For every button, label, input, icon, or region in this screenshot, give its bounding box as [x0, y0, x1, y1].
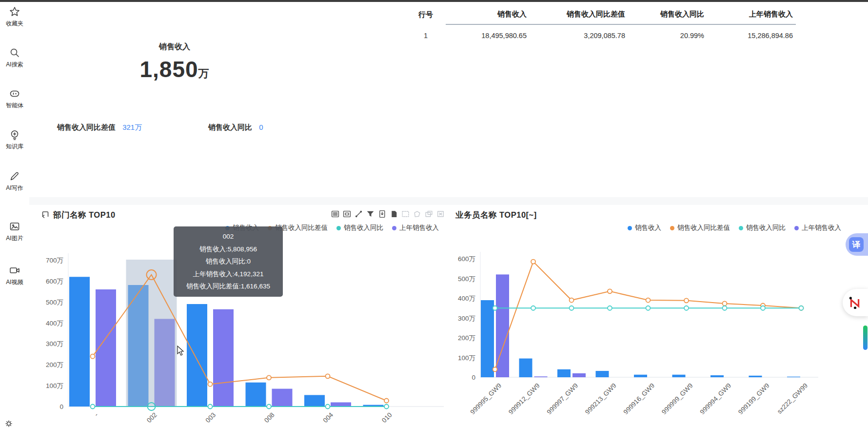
legend-item[interactable]: 销售收入同比 — [739, 224, 786, 232]
chart-tooltip: 002销售收入:5,808,956销售收入同比:0上年销售收入:4,192,32… — [174, 226, 283, 297]
legend-dot — [392, 226, 396, 230]
line-marker — [384, 399, 389, 403]
legend-item[interactable]: 销售收入同比差值 — [670, 224, 730, 232]
legend-item[interactable]: 销售收入 — [628, 224, 661, 232]
line-销售收入同比差值[interactable] — [495, 262, 801, 369]
scrollbar-thumb[interactable] — [863, 326, 868, 350]
bar-销售收入[interactable] — [557, 369, 571, 377]
line-marker — [208, 405, 213, 409]
column-header: 销售收入同比 — [628, 6, 707, 24]
legend-item[interactable]: 销售收入同比 — [336, 224, 383, 232]
column-header: 销售收入同比差值 — [530, 6, 628, 24]
kpi-sub-yoy: 销售收入同比 0 — [208, 123, 263, 132]
salesperson-chart-panel: 业务员名称 TOP10[~] 销售收入销售收入同比差值销售收入同比上年销售收入 … — [449, 205, 868, 428]
bar-销售收入[interactable] — [519, 359, 533, 377]
svg-text:200万: 200万 — [458, 334, 475, 342]
x-axis-label: 008 — [263, 411, 276, 425]
sidebar-item-label: AI图片 — [0, 234, 29, 243]
bar-销售收入[interactable] — [246, 383, 266, 407]
sidebar: 收藏夹AI搜索智能体知识库AI写作AI图片AI视频 — [0, 2, 30, 428]
x-axis-label: 999995_GW9 — [469, 382, 503, 416]
legend-label: 销售收入同比 — [344, 224, 383, 232]
kpi-sub-diff: 销售收入同比差值 321万 — [57, 123, 142, 132]
x-axis-label: 999994_GW9 — [699, 382, 733, 416]
pen-icon — [0, 170, 29, 182]
bar-销售收入[interactable] — [749, 376, 762, 377]
sidebar-item-label: 知识库 — [0, 143, 29, 151]
line-marker — [723, 301, 727, 306]
chart-canvas[interactable]: 0100万200万300万400万500万600万999995_GW999991… — [449, 205, 868, 428]
bar-上年销售收入[interactable] — [572, 373, 586, 377]
bar-上年销售收入[interactable] — [534, 376, 548, 377]
kpi-unit: 万 — [198, 67, 210, 80]
x-axis-label: 999199_GW9 — [737, 382, 771, 416]
line-marker — [799, 306, 804, 310]
line-marker — [326, 374, 330, 378]
line-marker — [608, 306, 612, 310]
line-marker — [208, 382, 213, 387]
legend-item[interactable]: 上年销售收入 — [392, 224, 439, 232]
sidebar-item-AI搜索[interactable]: AI搜索 — [0, 47, 29, 69]
svg-text:0: 0 — [472, 374, 475, 381]
legend-label: 销售收入同比差值 — [275, 224, 328, 232]
bar-销售收入[interactable] — [787, 377, 800, 377]
sidebar-item-收藏夹[interactable]: 收藏夹 — [0, 6, 29, 28]
bar-上年销售收入[interactable] — [213, 309, 234, 407]
x-axis-label: 010 — [380, 411, 394, 425]
row-separator — [29, 197, 868, 205]
line-marker — [684, 298, 689, 303]
tooltip-line: 销售收入:5,808,956 — [180, 243, 276, 256]
bar-销售收入[interactable] — [710, 375, 724, 377]
legend-dot — [670, 226, 674, 230]
search-icon — [0, 47, 29, 59]
bar-销售收入[interactable] — [481, 300, 494, 377]
sidebar-item-知识库[interactable]: 知识库 — [0, 129, 29, 151]
sidebar-item-智能体[interactable]: 智能体 — [0, 88, 29, 110]
legend-item[interactable]: 上年销售收入 — [794, 224, 841, 232]
bar-销售收入[interactable] — [187, 304, 207, 407]
legend-dot — [628, 226, 632, 230]
line-marker — [384, 405, 389, 409]
kpi-sub-diff-value: 321万 — [122, 123, 142, 131]
line-marker — [608, 289, 612, 293]
bar-销售收入[interactable] — [596, 371, 609, 377]
line-marker — [493, 367, 497, 371]
bar-销售收入[interactable] — [304, 395, 325, 407]
legend-dot — [794, 226, 799, 230]
x-axis-label: 999916_GW9 — [622, 382, 656, 416]
video-icon — [0, 265, 29, 276]
svg-text:0: 0 — [59, 403, 63, 410]
kpi-panel: 销售收入 1,850万 销售收入同比差值 321万 销售收入同比 0 — [29, 2, 400, 197]
line-marker — [684, 306, 689, 310]
line-marker — [570, 298, 574, 303]
svg-text:200万: 200万 — [46, 361, 63, 368]
sidebar-item-AI视频[interactable]: AI视频 — [0, 265, 29, 286]
translate-button[interactable]: 译 — [846, 233, 868, 256]
gear-icon[interactable] — [4, 419, 14, 428]
bar-销售收入[interactable] — [69, 277, 90, 407]
kpi-title: 销售收入 — [29, 42, 320, 52]
svg-text:300万: 300万 — [458, 315, 475, 322]
line-marker — [91, 405, 95, 409]
bar-上年销售收入[interactable] — [331, 402, 351, 407]
bar-上年销售收入[interactable] — [272, 389, 293, 407]
bar-销售收入[interactable] — [672, 375, 686, 377]
svg-text:300万: 300万 — [46, 340, 63, 347]
svg-text:100万: 100万 — [46, 382, 63, 389]
tooltip-line: 上年销售收入:4,192,321 — [180, 268, 276, 281]
bar-销售收入[interactable] — [634, 375, 647, 377]
salesperson-chart-legend: 销售收入销售收入同比差值销售收入同比上年销售收入 — [628, 224, 841, 232]
kpi-sub-yoy-value: 0 — [259, 123, 263, 131]
x-axis-label: 004 — [322, 411, 335, 424]
agent-icon — [0, 88, 29, 100]
legend-dot — [739, 226, 743, 230]
sidebar-item-label: AI视频 — [0, 278, 29, 286]
mindmap-float-button[interactable] — [843, 289, 868, 316]
sidebar-item-AI图片[interactable]: AI图片 — [0, 221, 29, 243]
line-marker — [646, 298, 651, 303]
summary-table-panel: 行号销售收入销售收入同比差值销售收入同比上年销售收入118,495,980.65… — [400, 2, 868, 197]
line-marker — [493, 306, 497, 310]
legend-label: 销售收入同比 — [746, 224, 786, 232]
sidebar-item-AI写作[interactable]: AI写作 — [0, 170, 29, 192]
x-axis-label: 999999_GW9 — [660, 382, 694, 416]
